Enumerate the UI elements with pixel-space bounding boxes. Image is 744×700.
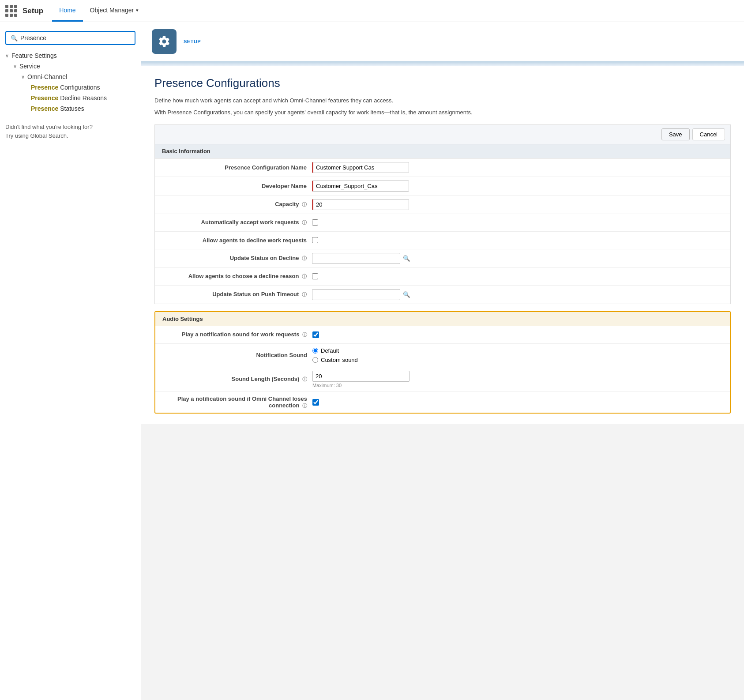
field-row-auto-accept: Automatically accept work requests ⓘ — [155, 214, 730, 232]
top-nav: Setup Home Object Manager ▾ — [0, 0, 744, 22]
deco-header — [141, 62, 744, 66]
field-label-capacity: Capacity ⓘ — [162, 201, 312, 208]
help-icon: ⓘ — [302, 292, 307, 297]
field-value-play-notification — [312, 331, 723, 338]
field-row-dev-name: Developer Name — [155, 177, 730, 196]
field-label-choose-decline-reason: Allow agents to choose a decline reason … — [162, 273, 312, 280]
capacity-input[interactable] — [312, 199, 409, 210]
lookup-button-decline[interactable]: 🔍 — [402, 254, 411, 263]
lookup-wrap: 🔍 — [312, 253, 411, 264]
chevron-icon: ∨ — [5, 53, 9, 59]
sidebar-link-presence-configurations[interactable]: Presence Configurations — [0, 82, 141, 93]
sidebar-link-presence-decline-reasons[interactable]: Presence Decline Reasons — [0, 93, 141, 103]
app-title: Setup — [23, 7, 43, 15]
search-input[interactable] — [20, 34, 130, 41]
gear-icon — [158, 35, 171, 48]
audio-settings-header: Audio Settings — [155, 312, 730, 326]
field-label-sound-length: Sound Length (Seconds) ⓘ — [162, 376, 312, 383]
field-label-dev-name: Developer Name — [162, 183, 312, 189]
field-value-capacity — [312, 199, 723, 210]
content-area: Presence Configurations Define how much … — [141, 66, 744, 424]
help-icon: ⓘ — [302, 202, 307, 207]
field-value-auto-accept — [312, 219, 723, 226]
field-value-update-status-decline: 🔍 — [312, 253, 723, 264]
help-icon: ⓘ — [302, 256, 307, 261]
form-toolbar: Save Cancel — [155, 125, 730, 144]
field-value-choose-decline-reason — [312, 273, 723, 279]
dev-name-input[interactable] — [312, 181, 409, 192]
tab-home[interactable]: Home — [52, 0, 83, 22]
help-icon: ⓘ — [302, 403, 307, 408]
field-value-update-status-timeout: 🔍 — [312, 289, 723, 300]
field-value-dev-name — [312, 181, 723, 192]
field-label-auto-accept: Automatically accept work requests ⓘ — [162, 219, 312, 226]
search-icon: 🔍 — [11, 35, 18, 41]
field-label-update-status-timeout: Update Status on Push Timeout ⓘ — [162, 291, 312, 298]
field-row-play-connection-loss: Play a notification sound if Omni Channe… — [155, 392, 730, 413]
update-status-decline-input[interactable] — [312, 253, 400, 264]
search-wrap: 🔍 — [0, 27, 141, 50]
sound-length-hint: Maximum: 30 — [312, 383, 410, 388]
field-value-sound-length: Maximum: 30 — [312, 371, 723, 388]
radio-default-input[interactable] — [312, 348, 318, 354]
sidebar-item-feature-settings[interactable]: ∨ Feature Settings — [0, 50, 141, 61]
help-icon: ⓘ — [302, 220, 307, 225]
setup-header: SETUP — [141, 22, 744, 62]
field-value-play-connection-loss — [312, 399, 723, 406]
sidebar: 🔍 ∨ Feature Settings ∨ Service ∨ Omni-Ch… — [0, 22, 141, 700]
play-connection-loss-checkbox[interactable] — [312, 399, 319, 406]
field-row-allow-decline: Allow agents to decline work requests — [155, 232, 730, 249]
sound-length-wrap: Maximum: 30 — [312, 371, 410, 388]
field-label-config-name: Presence Configuration Name — [162, 164, 312, 171]
help-icon: ⓘ — [302, 376, 307, 382]
field-label-play-connection-loss: Play a notification sound if Omni Channe… — [162, 395, 312, 409]
chevron-icon: ∨ — [13, 64, 17, 69]
notification-sound-radio-group: Default Custom sound — [312, 347, 358, 363]
radio-custom-input[interactable] — [312, 357, 318, 363]
field-row-capacity: Capacity ⓘ — [155, 196, 730, 214]
help-icon: ⓘ — [302, 332, 307, 337]
layout: 🔍 ∨ Feature Settings ∨ Service ∨ Omni-Ch… — [0, 22, 744, 700]
config-name-input[interactable] — [312, 162, 409, 173]
not-found-text: Didn't find what you're looking for?Try … — [0, 114, 141, 149]
help-icon: ⓘ — [302, 274, 307, 279]
allow-decline-checkbox[interactable] — [312, 237, 318, 243]
radio-custom[interactable]: Custom sound — [312, 357, 358, 363]
auto-accept-checkbox[interactable] — [312, 219, 318, 226]
basic-info-section: Save Cancel Basic Information Presence C… — [154, 124, 731, 304]
update-status-timeout-input[interactable] — [312, 289, 400, 300]
field-row-config-name: Presence Configuration Name — [155, 158, 730, 177]
field-label-update-status-decline: Update Status on Decline ⓘ — [162, 255, 312, 262]
field-label-notification-sound: Notification Sound — [162, 352, 312, 358]
top-nav-tabs: Home Object Manager ▾ — [52, 0, 146, 22]
field-value-allow-decline — [312, 237, 723, 243]
sidebar-link-presence-statuses[interactable]: Presence Statuses — [0, 103, 141, 114]
cancel-button[interactable]: Cancel — [692, 128, 725, 140]
app-grid-icon[interactable] — [5, 5, 17, 17]
lookup-button-timeout[interactable]: 🔍 — [402, 290, 411, 299]
choose-decline-reason-checkbox[interactable] — [312, 273, 318, 279]
setup-label: SETUP — [184, 39, 201, 44]
field-label-play-notification: Play a notification sound for work reque… — [162, 331, 312, 338]
page-desc-1: Define how much work agents can accept a… — [154, 96, 731, 105]
audio-settings-section: Audio Settings Play a notification sound… — [154, 311, 731, 414]
field-row-sound-length: Sound Length (Seconds) ⓘ Maximum: 30 — [155, 367, 730, 392]
tab-object-manager[interactable]: Object Manager ▾ — [83, 0, 146, 22]
chevron-down-icon: ▾ — [136, 8, 139, 13]
field-row-notification-sound: Notification Sound Default Custom sound — [155, 344, 730, 367]
lookup-wrap-timeout: 🔍 — [312, 289, 411, 300]
sidebar-item-service[interactable]: ∨ Service — [0, 61, 141, 72]
field-row-play-notification: Play a notification sound for work reque… — [155, 326, 730, 344]
page-title: Presence Configurations — [154, 76, 731, 90]
basic-info-header: Basic Information — [155, 144, 730, 158]
nav-tree: ∨ Feature Settings ∨ Service ∨ Omni-Chan… — [0, 50, 141, 114]
sound-length-input[interactable] — [312, 371, 410, 382]
sidebar-item-omni-channel[interactable]: ∨ Omni-Channel — [0, 72, 141, 82]
save-button[interactable]: Save — [661, 128, 690, 140]
field-row-choose-decline-reason: Allow agents to choose a decline reason … — [155, 268, 730, 286]
field-value-config-name — [312, 162, 723, 173]
chevron-icon: ∨ — [21, 74, 25, 80]
radio-default[interactable]: Default — [312, 347, 358, 354]
page-desc-2: With Presence Configurations, you can sp… — [154, 108, 731, 117]
play-notification-checkbox[interactable] — [312, 331, 319, 338]
